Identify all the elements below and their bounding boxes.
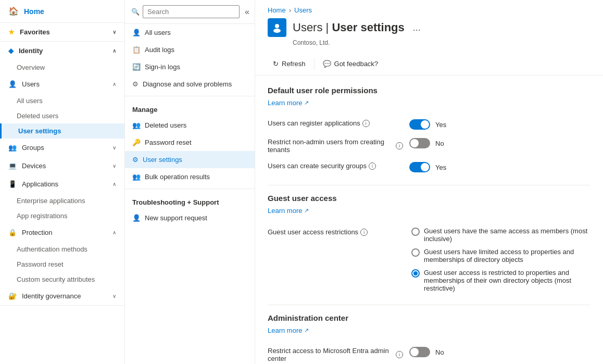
chevron-up-icon: ∧	[112, 48, 116, 54]
setting-row-admin-center: Restrict access to Microsoft Entra admin…	[268, 343, 591, 364]
toggle-register-apps[interactable]	[409, 119, 430, 130]
setting-control-security-groups: Yes	[409, 162, 446, 172]
devices-icon: 💻	[8, 162, 17, 170]
page-title: Users | User settings	[293, 21, 405, 34]
sidebar-item-password-reset[interactable]: Password reset	[0, 257, 124, 272]
deleted-users-icon: 👥	[132, 121, 141, 129]
radio-circle-3[interactable]	[411, 269, 420, 278]
sidebar-item-deleted-users[interactable]: Deleted users	[0, 108, 124, 123]
guest-option-1[interactable]: Guest users have the same access as memb…	[411, 227, 591, 243]
setting-value-register-apps: Yes	[435, 121, 446, 129]
setting-label-register-apps: Users can register applications i	[268, 119, 403, 127]
setting-control-register-apps: Yes	[409, 119, 446, 130]
guest-access-section-title: Guest user access	[268, 194, 591, 203]
svg-point-1	[273, 29, 281, 33]
info-icon-5[interactable]: i	[396, 351, 403, 358]
home-nav-item[interactable]: 🏠 Home	[0, 0, 124, 23]
content-header: Home › Users Users | User settings	[255, 0, 603, 46]
settings-content: Default user role permissions Learn more…	[255, 76, 603, 364]
radio-circle-1[interactable]	[411, 228, 420, 236]
chevron-up-icon4: ∧	[112, 230, 116, 235]
search-input[interactable]	[143, 5, 240, 18]
guest-access-learn-more[interactable]: Learn more ↗	[268, 207, 309, 215]
radio-circle-2[interactable]	[411, 248, 420, 257]
breadcrumb-users[interactable]: Users	[294, 6, 312, 14]
middle-nav-signin-logs[interactable]: 🔄 Sign-in logs	[125, 58, 255, 76]
toolbar: ↻ Refresh 💬 Got feedback?	[255, 53, 603, 76]
setting-value-admin-center: No	[435, 348, 444, 356]
favorites-group[interactable]: ★ Favorites ∨	[0, 23, 124, 41]
manage-section-label: Manage	[125, 99, 255, 117]
guest-option-2[interactable]: Guest users have limited access to prope…	[411, 248, 591, 263]
admin-learn-more[interactable]: Learn more ↗	[268, 327, 309, 334]
support-icon: 👤	[132, 214, 141, 222]
refresh-icon: ↻	[273, 60, 279, 68]
applications-icon: 📱	[8, 180, 17, 188]
main-area: 🔍 « 👤 All users 📋 Audit logs 🔄 Sign-in l…	[125, 0, 603, 364]
user-icon: 👤	[8, 80, 17, 88]
info-icon-2[interactable]: i	[396, 142, 403, 149]
breadcrumb-separator: ›	[289, 6, 291, 14]
breadcrumb: Home › Users	[268, 6, 591, 14]
protection-group[interactable]: 🔒 Protection ∧	[0, 223, 124, 242]
default-role-learn-more[interactable]: Learn more ↗	[268, 99, 309, 107]
middle-panel: 🔍 « 👤 All users 📋 Audit logs 🔄 Sign-in l…	[125, 0, 255, 364]
middle-nav-audit-logs[interactable]: 📋 Audit logs	[125, 41, 255, 58]
info-icon-1[interactable]: i	[362, 120, 370, 127]
users-group[interactable]: 👤 Users ∧	[0, 75, 124, 93]
refresh-button[interactable]: ↻ Refresh	[268, 57, 311, 71]
toggle-security-groups[interactable]	[409, 162, 430, 172]
identity-governance-label: Identity governance	[22, 292, 81, 300]
setting-label-restrict-tenants: Restrict non-admin users from creating t…	[268, 138, 403, 154]
breadcrumb-home[interactable]: Home	[268, 6, 286, 14]
middle-nav-user-settings[interactable]: ⚙ User settings	[125, 151, 255, 168]
sidebar-item-all-users[interactable]: All users	[0, 93, 124, 108]
identity-group[interactable]: ◆ Identity ∧	[0, 42, 124, 60]
middle-nav-all-users[interactable]: 👤 All users	[125, 24, 255, 41]
toolbar-separator	[314, 58, 315, 70]
sidebar-item-custom-security[interactable]: Custom security attributes	[0, 272, 124, 287]
setting-label-admin-center: Restrict access to Microsoft Entra admin…	[268, 347, 403, 362]
middle-nav-password-reset[interactable]: 🔑 Password reset	[125, 134, 255, 151]
section-divider-2	[268, 305, 591, 305]
diagnose-icon: ⚙	[132, 80, 139, 88]
identity-icon: ◆	[8, 47, 14, 55]
user-settings-icon: ⚙	[132, 156, 139, 164]
default-role-section-title: Default user role permissions	[268, 86, 591, 95]
section-divider-1	[268, 185, 591, 185]
toggle-restrict-tenants[interactable]	[409, 138, 430, 148]
setting-label-security-groups: Users can create security groups i	[268, 162, 403, 170]
collapse-button[interactable]: «	[243, 6, 252, 18]
setting-label-guest-restrictions: Guest user access restrictions i	[268, 227, 403, 236]
guest-option-3[interactable]: Guest user access is restricted to prope…	[411, 269, 591, 292]
troubleshooting-section-label: Troubleshooting + Support	[125, 192, 255, 209]
toggle-admin-center[interactable]	[409, 347, 430, 357]
middle-nav-deleted-users[interactable]: 👥 Deleted users	[125, 117, 255, 134]
sidebar-item-overview[interactable]: Overview	[0, 60, 124, 75]
search-icon: 🔍	[131, 8, 140, 16]
info-icon-4[interactable]: i	[360, 229, 368, 236]
feedback-button[interactable]: 💬 Got feedback?	[318, 57, 384, 71]
middle-nav-bulk-operations[interactable]: 👥 Bulk operation results	[125, 168, 255, 185]
sidebar-item-user-settings[interactable]: User settings	[0, 123, 124, 139]
middle-nav-support-request[interactable]: 👤 New support request	[125, 209, 255, 227]
external-link-icon-2: ↗	[304, 207, 309, 214]
setting-row-guest-restrictions: Guest user access restrictions i Guest u…	[268, 223, 591, 296]
setting-row-register-apps: Users can register applications i Yes	[268, 115, 591, 134]
info-icon-3[interactable]: i	[369, 162, 376, 170]
users-label: Users	[22, 80, 40, 88]
home-icon: 🏠	[8, 6, 19, 16]
sidebar-item-auth-methods[interactable]: Authentication methods	[0, 242, 124, 257]
groups-group[interactable]: 👥 Groups ∨	[0, 139, 124, 157]
sidebar-item-app-registrations[interactable]: App registrations	[0, 208, 124, 223]
chevron-up-icon2: ∧	[112, 81, 116, 87]
setting-value-security-groups: Yes	[435, 164, 446, 171]
devices-group[interactable]: 💻 Devices ∨	[0, 157, 124, 175]
password-reset-icon: 🔑	[132, 139, 141, 146]
chevron-up-icon3: ∧	[112, 181, 116, 187]
applications-group[interactable]: 📱 Applications ∧	[0, 175, 124, 193]
ellipsis-button[interactable]: ...	[411, 20, 423, 35]
middle-nav-diagnose[interactable]: ⚙ Diagnose and solve problems	[125, 76, 255, 93]
sidebar-item-enterprise-apps[interactable]: Enterprise applications	[0, 193, 124, 208]
identity-governance-group[interactable]: 🔐 Identity governance ∨	[0, 287, 124, 305]
